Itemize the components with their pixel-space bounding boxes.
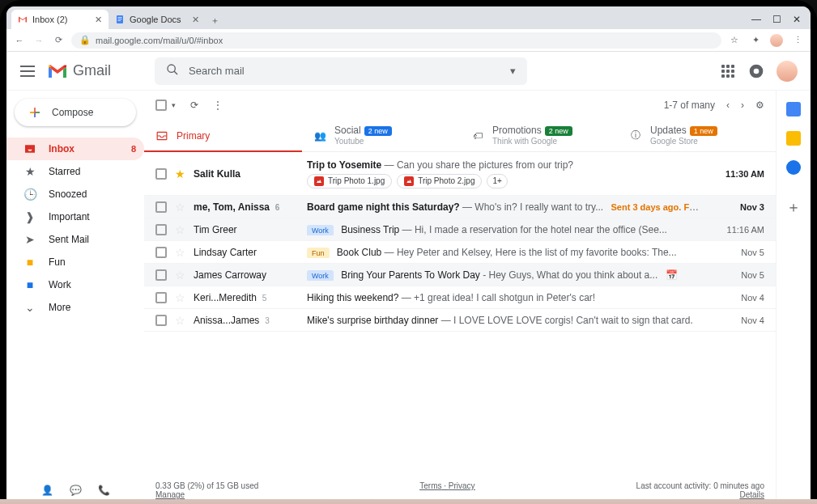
next-page-icon[interactable]: › (741, 100, 744, 111)
row-checkbox[interactable] (155, 292, 167, 303)
nudge-text[interactable]: Sent 3 days ago. Follow up? (611, 202, 703, 212)
category-label: Work (307, 225, 334, 235)
mail-row[interactable]: ☆ me, Tom, Anissa 6 Board game night thi… (144, 196, 776, 218)
compose-button[interactable]: Compose (15, 99, 136, 126)
hangouts-icon[interactable]: 💬 (70, 485, 82, 496)
refresh-icon[interactable]: ⟳ (190, 100, 198, 111)
star-icon: ★ (23, 165, 37, 178)
snippet: — Hi, I made a reservation for the hotel… (399, 224, 667, 235)
tab-primary[interactable]: Primary (144, 120, 302, 151)
reload-icon[interactable]: ⟳ (52, 34, 65, 47)
terms-link[interactable]: Terms (419, 481, 441, 490)
apps-grid-icon[interactable] (720, 63, 736, 79)
contacts-icon[interactable]: 👤 (41, 485, 53, 496)
tab-badge: 2 new (545, 126, 572, 136)
mail-row[interactable]: ☆ Anissa...James 3 Mike's surprise birth… (144, 309, 776, 332)
extensions-icon[interactable]: ✦ (749, 34, 762, 47)
mail-row[interactable]: ☆ Lindsay Carter Fun Book Club — Hey Pet… (144, 241, 776, 264)
profile-avatar-small[interactable] (770, 34, 783, 47)
keep-addon-icon[interactable] (786, 131, 801, 146)
gmail-body: Compose Inbox 8 ★ Starred 🕒 Snoozed ❱ (6, 91, 811, 504)
close-icon[interactable]: ✕ (192, 15, 199, 25)
account-avatar[interactable] (777, 61, 798, 82)
star-bookmark-icon[interactable]: ☆ (728, 34, 741, 47)
mail-row[interactable]: ☆ Tim Greer Work Business Trip — Hi, I m… (144, 218, 776, 241)
snippet: — +1 great idea! I call shotgun in Peter… (398, 292, 595, 303)
more-actions-icon[interactable]: ⋮ (213, 100, 223, 111)
star-icon[interactable]: ☆ (175, 291, 185, 304)
inbox-icon (23, 142, 37, 155)
sidebar-item-sent[interactable]: ➤ Sent Mail (6, 228, 144, 251)
attachment-more[interactable]: 1+ (487, 174, 507, 188)
snippet: - Hey Guys, What do you think about a... (480, 269, 657, 281)
sidebar-item-label: Important (49, 211, 90, 222)
tab-updates[interactable]: ⓘ Updates1 new Google Store (618, 120, 776, 151)
get-addons-icon[interactable]: ＋ (786, 197, 801, 217)
row-checkbox[interactable] (155, 247, 167, 258)
manage-storage-link[interactable]: Manage (155, 490, 185, 499)
calendar-icon[interactable]: 📅 (666, 269, 678, 281)
details-link[interactable]: Details (739, 490, 764, 499)
category-label: Fun (307, 248, 330, 258)
settings-gear-icon[interactable]: ⚙ (755, 100, 764, 111)
subject: Book Club (337, 247, 381, 258)
address-bar-row: ← → ⟳ 🔒 mail.google.com/mail/u/0/#inbox … (6, 29, 811, 52)
row-checkbox[interactable] (155, 201, 167, 213)
snippet: — I LOVE LOVE LOVE corgis! Can't wait to… (438, 315, 692, 326)
mail-row[interactable]: ★ Salit Kulla Trip to Yosemite — Can you… (144, 152, 776, 196)
select-all-checkbox[interactable] (155, 100, 167, 111)
star-icon[interactable]: ☆ (175, 269, 185, 282)
sender: Lindsay Carter (194, 247, 299, 258)
browser-tab-docs[interactable]: Google Docs ✕ (109, 10, 206, 29)
close-icon[interactable]: ✕ (95, 15, 102, 25)
attachment-chip[interactable]: Trip Photo 1.jpg (307, 174, 392, 188)
tab-promotions[interactable]: 🏷 Promotions2 new Think with Google (460, 120, 618, 151)
sidebar-item-work[interactable]: ■ Work (6, 273, 144, 296)
back-icon[interactable]: ← (13, 34, 26, 47)
chevron-down-icon[interactable]: ▾ (510, 65, 516, 77)
date: Nov 5 (711, 248, 764, 257)
tasks-addon-icon[interactable] (786, 160, 801, 175)
chevron-down-icon[interactable]: ▾ (172, 101, 176, 109)
address-bar[interactable]: 🔒 mail.google.com/mail/u/0/#inbox (71, 32, 721, 49)
prev-page-icon[interactable]: ‹ (726, 100, 730, 111)
svg-rect-3 (118, 20, 121, 21)
gmail-logo[interactable]: Gmail (47, 62, 111, 79)
browser-tab-strip: Inbox (2) ✕ Google Docs ✕ ＋ — ☐ ✕ (6, 6, 811, 29)
row-checkbox[interactable] (155, 315, 167, 326)
search-input[interactable]: Search mail ▾ (155, 57, 527, 85)
svg-point-4 (168, 65, 175, 72)
row-checkbox[interactable] (155, 269, 167, 281)
calendar-addon-icon[interactable] (786, 102, 801, 116)
sidebar-item-more[interactable]: ⌄ More (6, 296, 144, 319)
close-window-icon[interactable]: ✕ (793, 14, 801, 25)
privacy-link[interactable]: Privacy (449, 481, 475, 490)
attachment-chip[interactable]: Trip Photo 2.jpg (397, 174, 482, 188)
star-icon[interactable]: ☆ (175, 201, 185, 214)
sidebar-item-snoozed[interactable]: 🕒 Snoozed (6, 183, 144, 205)
maximize-icon[interactable]: ☐ (772, 14, 781, 25)
new-tab-button[interactable]: ＋ (206, 11, 223, 29)
notifications-icon[interactable] (747, 62, 765, 80)
row-checkbox[interactable] (155, 224, 167, 235)
sidebar-item-starred[interactable]: ★ Starred (6, 160, 144, 183)
sidebar-item-label: Sent Mail (49, 234, 89, 245)
star-icon[interactable]: ☆ (175, 314, 185, 327)
main-menu-icon[interactable] (19, 63, 36, 79)
tab-social[interactable]: 👥 Social2 new Youtube (302, 120, 460, 151)
browser-menu-icon[interactable]: ⋮ (791, 34, 804, 47)
star-icon[interactable]: ☆ (175, 246, 185, 259)
forward-icon[interactable]: → (32, 34, 45, 47)
row-checkbox[interactable] (155, 168, 167, 180)
mail-row[interactable]: ☆ James Carroway Work Bring Your Parents… (144, 264, 776, 286)
star-icon[interactable]: ☆ (175, 223, 185, 236)
sidebar-item-important[interactable]: ❱ Important (6, 205, 144, 228)
sidebar-item-inbox[interactable]: Inbox 8 (6, 138, 144, 160)
mail-row[interactable]: ☆ Keri...Meredith 5 Hiking this weekend?… (144, 286, 776, 309)
label-icon: ■ (23, 278, 37, 291)
minimize-icon[interactable]: — (751, 14, 761, 25)
phone-icon[interactable]: 📞 (98, 485, 110, 496)
sidebar-item-fun[interactable]: ■ Fun (6, 251, 144, 273)
browser-tab-inbox[interactable]: Inbox (2) ✕ (11, 10, 109, 29)
star-icon[interactable]: ★ (175, 167, 185, 180)
